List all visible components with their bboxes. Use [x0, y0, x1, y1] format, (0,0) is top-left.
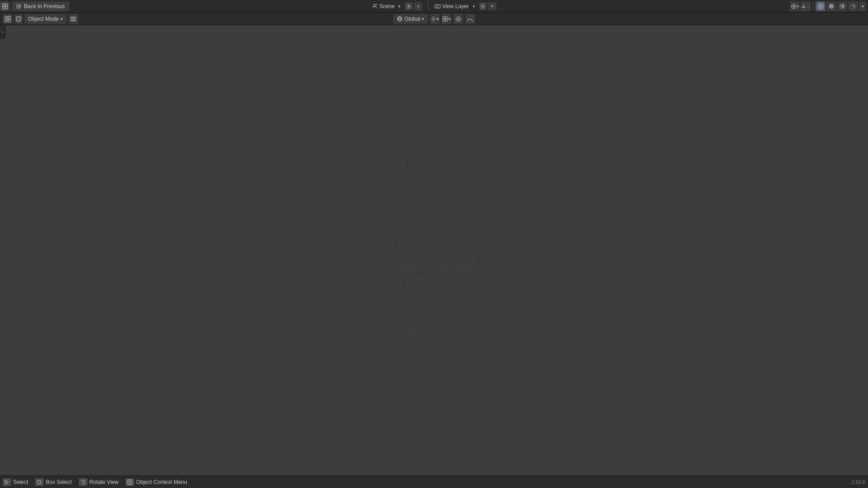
svg-rect-46 [420, 210, 445, 221]
svg-point-17 [852, 5, 853, 6]
mode-icon [14, 14, 23, 24]
sep-r1 [813, 2, 813, 10]
top-bar-left: Back to Previous [0, 0, 69, 12]
box-select-tool[interactable]: Box Select [35, 479, 71, 486]
falloff-btn[interactable] [465, 14, 475, 24]
svg-rect-19 [8, 16, 10, 19]
shading-extra-btn[interactable]: ▾ [859, 1, 866, 11]
svg-point-33 [407, 148, 439, 174]
scene-label: Scene [379, 3, 395, 9]
view-layer-dropdown[interactable]: ▾ [470, 3, 477, 10]
svg-rect-35 [400, 178, 459, 210]
side-panel-handle[interactable]: › [0, 25, 5, 39]
wireframe-model [353, 124, 515, 377]
svg-rect-3 [5, 7, 8, 9]
context-menu-label: Object Context Menu [136, 479, 187, 485]
svg-rect-1 [5, 4, 8, 6]
editor-type-icon[interactable] [0, 1, 10, 11]
mode-label: Object Mode [28, 16, 59, 22]
context-menu-key-icon [126, 479, 134, 486]
view-layer-icon [434, 3, 441, 9]
svg-point-58 [481, 246, 497, 268]
rendered-shading-btn[interactable] [848, 1, 858, 11]
add-view-layer-btn[interactable] [479, 2, 487, 10]
global-label: Global [405, 16, 420, 22]
svg-rect-18 [5, 16, 7, 19]
editor-type-toolbar[interactable] [3, 14, 13, 24]
svg-rect-21 [8, 19, 10, 22]
scene-section: Scene ▾ × [369, 2, 425, 10]
pivot-btn[interactable]: ▾ [429, 14, 439, 24]
svg-rect-0 [2, 4, 5, 6]
solid-shading-btn[interactable] [826, 1, 836, 11]
svg-rect-7 [435, 5, 440, 8]
top-bar-center: Scene ▾ × View Layer ▾ × [369, 2, 499, 10]
box-select-key-icon [35, 479, 43, 486]
back-label: Back to Previous [24, 3, 65, 9]
overlay-dropdown[interactable]: ▾ [790, 1, 800, 11]
rotate-view-tool[interactable]: Rotate View [79, 479, 118, 486]
bottom-bar: Select Box Select Rotate View Object Con… [0, 475, 868, 488]
svg-point-27 [444, 18, 446, 20]
svg-point-25 [433, 18, 434, 20]
toolbar: Object Mode ▾ Global ▾ ▾ [0, 13, 868, 25]
close-view-layer-btn[interactable]: × [488, 2, 496, 10]
select-key-icon [3, 479, 11, 486]
mode-dropdown-icon: ▾ [61, 17, 63, 21]
svg-point-12 [829, 4, 834, 9]
snap-btn[interactable]: ▾ [441, 14, 451, 24]
gizmo-btn[interactable]: → [801, 1, 811, 11]
svg-rect-47 [396, 220, 479, 274]
add-scene-btn[interactable] [405, 2, 413, 10]
svg-rect-2 [2, 7, 5, 9]
scene-dropdown[interactable]: ▾ [396, 3, 403, 10]
proportional-btn[interactable] [453, 14, 463, 24]
mode-dropdown-btn[interactable]: Object Mode ▾ [24, 14, 66, 24]
view-layer-label: View Layer [442, 3, 469, 9]
svg-rect-89 [38, 481, 41, 483]
view-layer-section: View Layer ▾ × [432, 2, 499, 10]
wireframe-shading-btn[interactable] [816, 1, 826, 11]
svg-rect-20 [5, 19, 7, 22]
toolbar-center: Global ▾ ▾ ▾ [393, 14, 475, 24]
svg-point-30 [458, 19, 459, 19]
svg-point-15 [840, 5, 842, 6]
version-number: 2.92.0 [851, 479, 865, 485]
select-tool[interactable]: Select [3, 479, 28, 486]
rotate-view-key-icon [79, 479, 87, 486]
global-dropdown[interactable]: Global ▾ [393, 14, 428, 24]
close-scene-btn[interactable]: × [414, 2, 422, 10]
svg-rect-22 [16, 17, 21, 21]
svg-point-65 [441, 271, 463, 289]
back-to-previous-button[interactable]: Back to Previous [12, 1, 69, 11]
viewport[interactable] [0, 25, 868, 475]
scene-icon [372, 3, 378, 9]
svg-point-10 [793, 5, 795, 7]
material-shading-btn[interactable] [837, 1, 847, 11]
top-bar: Back to Previous Scene ▾ × [0, 0, 868, 13]
top-bar-right: ▾ → [790, 0, 868, 12]
svg-point-56 [377, 246, 394, 268]
context-menu-tool[interactable]: Object Context Menu [126, 479, 187, 486]
menu-btn[interactable] [68, 14, 78, 24]
separator-1 [428, 2, 429, 10]
box-select-label: Box Select [46, 479, 71, 485]
select-label: Select [13, 479, 28, 485]
rotate-view-label: Rotate View [90, 479, 118, 485]
svg-point-13 [830, 5, 831, 6]
svg-rect-37 [431, 181, 456, 206]
svg-rect-36 [403, 181, 428, 206]
